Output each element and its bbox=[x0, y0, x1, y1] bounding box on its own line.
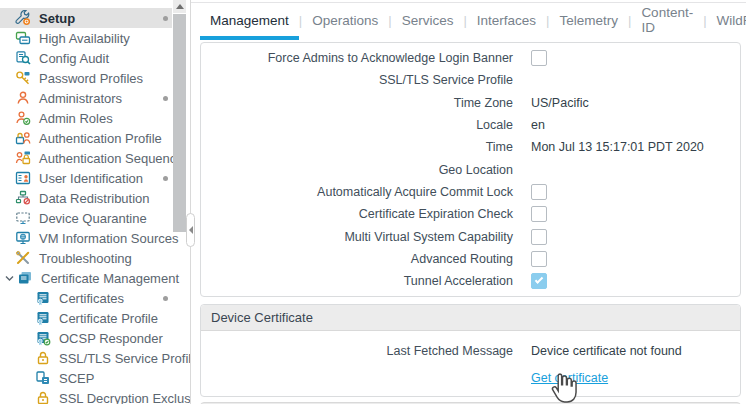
chevron-down-icon[interactable] bbox=[3, 273, 16, 284]
tab-operations[interactable]: Operations bbox=[302, 0, 388, 40]
certificates-icon bbox=[34, 290, 52, 306]
status-dot bbox=[163, 96, 168, 101]
sidebar-item-label: SCEP bbox=[59, 371, 94, 386]
scrollbar-thumb[interactable] bbox=[173, 14, 186, 232]
sidebar-item-vm-information-sources[interactable]: VM Information Sources bbox=[0, 228, 190, 248]
link-row: Get certificate bbox=[531, 368, 740, 386]
sidebar-item-high-availability[interactable]: High Availability bbox=[0, 28, 190, 48]
sidebar-item-setup[interactable]: Setup bbox=[0, 8, 190, 28]
field-label-advanced-routing: Advanced Routing bbox=[201, 252, 513, 266]
authentication-sequence-icon bbox=[14, 150, 32, 166]
sidebar-item-ocsp-responder[interactable]: OCSP Responder bbox=[0, 328, 190, 348]
sidebar-item-certificate-management[interactable]: Certificate Management bbox=[0, 268, 190, 288]
field-label-locale: Locale bbox=[201, 118, 513, 132]
authentication-profile-icon bbox=[14, 130, 32, 146]
tab-services[interactable]: Services bbox=[392, 0, 464, 40]
sidebar-item-user-identification[interactable]: User Identification bbox=[0, 168, 190, 188]
form-row: Geo Location bbox=[201, 158, 740, 180]
scroll-up-button[interactable] bbox=[173, 0, 186, 13]
sidebar-item-label: Password Profiles bbox=[39, 71, 143, 86]
sidebar-item-label: Device Quarantine bbox=[39, 211, 147, 226]
management-settings-card: Force Admins to Acknowledge Login Banner… bbox=[200, 42, 741, 297]
field-label-force-admins-to-acknowledge-login-banner: Force Admins to Acknowledge Login Banner bbox=[201, 51, 513, 65]
checkbox-advanced-routing[interactable] bbox=[531, 251, 547, 267]
certificate-profile-icon bbox=[34, 310, 52, 326]
field-value-time: Mon Jul 13 15:17:01 PDT 2020 bbox=[531, 140, 704, 154]
tab-bar: Management|Operations|Services|Interface… bbox=[200, 0, 746, 40]
checkbox-automatically-acquire-commit-lock[interactable] bbox=[531, 184, 547, 200]
collapse-arrow-icon bbox=[189, 226, 193, 234]
form-row: Time ZoneUS/Pacific bbox=[201, 92, 740, 114]
checkbox-tunnel-acceleration[interactable] bbox=[531, 273, 547, 289]
ssl-decryption-exclusion-icon bbox=[34, 390, 52, 404]
field-value-locale: en bbox=[531, 118, 545, 132]
field-label-geo-location: Geo Location bbox=[201, 163, 513, 177]
sidebar-scrollbar[interactable] bbox=[173, 0, 186, 404]
checkbox-certificate-expiration-check[interactable] bbox=[531, 206, 547, 222]
sidebar-item-device-quarantine[interactable]: Device Quarantine bbox=[0, 208, 190, 228]
data-redistribution-icon bbox=[14, 190, 32, 206]
sidebar-item-label: Admin Roles bbox=[39, 111, 113, 126]
user-identification-icon bbox=[14, 170, 32, 186]
sidebar-item-label: Certificates bbox=[59, 291, 124, 306]
checkbox-force-admins-to-acknowledge-login-banner[interactable] bbox=[531, 50, 547, 66]
device-quarantine-icon bbox=[14, 210, 32, 226]
checkbox-multi-virtual-system-capability[interactable] bbox=[531, 229, 547, 245]
sidebar-item-troubleshooting[interactable]: Troubleshooting bbox=[0, 248, 190, 268]
troubleshooting-icon bbox=[14, 250, 32, 266]
sidebar-item-label: SSL Decryption Exclusion bbox=[59, 391, 191, 404]
form-row: Localeen bbox=[201, 114, 740, 136]
sidebar-item-administrators[interactable]: Administrators bbox=[0, 88, 190, 108]
form-row: Force Admins to Acknowledge Login Banner bbox=[201, 47, 740, 69]
scroll-up-icon bbox=[176, 4, 184, 9]
tab-interfaces[interactable]: Interfaces bbox=[467, 0, 546, 40]
sidebar-item-ssl-tls-service-profile[interactable]: SSL/TLS Service Profile bbox=[0, 348, 190, 368]
sidebar-item-label: Certificate Management bbox=[41, 271, 179, 286]
tab-content-id[interactable]: Content-ID bbox=[631, 0, 703, 40]
password-profiles-icon bbox=[14, 70, 32, 86]
field-value-time-zone: US/Pacific bbox=[531, 96, 589, 110]
field-label-ssl-tls-service-profile: SSL/TLS Service Profile bbox=[201, 73, 513, 87]
form-row: Advanced Routing bbox=[201, 248, 740, 270]
scep-icon bbox=[34, 370, 52, 386]
status-dot bbox=[163, 176, 168, 181]
sidebar-item-admin-roles[interactable]: Admin Roles bbox=[0, 108, 190, 128]
device-certificate-body: Last Fetched Message Device certificate … bbox=[201, 331, 740, 395]
admin-roles-icon bbox=[14, 110, 32, 126]
app-window: SetupHigh AvailabilityConfig AuditPasswo… bbox=[0, 0, 746, 404]
sidebar-item-authentication-sequence[interactable]: Authentication Sequence bbox=[0, 148, 190, 168]
sidebar-item-label: Setup bbox=[39, 11, 75, 26]
sidebar-nav: SetupHigh AvailabilityConfig AuditPasswo… bbox=[0, 0, 190, 404]
field-label-multi-virtual-system-capability: Multi Virtual System Capability bbox=[201, 230, 513, 244]
form-row: Last Fetched Message Device certificate … bbox=[201, 340, 740, 362]
sidebar-item-certificates[interactable]: Certificates bbox=[0, 288, 190, 308]
setup-icon bbox=[14, 10, 32, 26]
sidebar-item-label: OCSP Responder bbox=[59, 331, 163, 346]
field-label-certificate-expiration-check: Certificate Expiration Check bbox=[201, 207, 513, 221]
form-row: Multi Virtual System Capability bbox=[201, 225, 740, 247]
device-certificate-card: Device Certificate Last Fetched Message … bbox=[200, 304, 741, 396]
get-certificate-link[interactable]: Get certificate bbox=[531, 371, 608, 385]
status-dot bbox=[163, 16, 168, 21]
sidebar-item-certificate-profile[interactable]: Certificate Profile bbox=[0, 308, 190, 328]
form-row: Tunnel Acceleration bbox=[201, 270, 740, 292]
panel-collapse-handle[interactable] bbox=[186, 213, 195, 247]
sidebar-item-password-profiles[interactable]: Password Profiles bbox=[0, 68, 190, 88]
sidebar-item-label: Certificate Profile bbox=[59, 311, 158, 326]
sidebar-item-label: User Identification bbox=[39, 171, 143, 186]
tab-telemetry[interactable]: Telemetry bbox=[549, 0, 628, 40]
tab-wildfire[interactable]: WildFire bbox=[707, 0, 746, 40]
sidebar-item-label: Data Redistribution bbox=[39, 191, 150, 206]
field-label-time: Time bbox=[201, 140, 513, 154]
sidebar-item-config-audit[interactable]: Config Audit bbox=[0, 48, 190, 68]
sidebar-item-ssl-decryption-exclusion[interactable]: SSL Decryption Exclusion bbox=[0, 388, 190, 404]
status-dot bbox=[163, 296, 168, 301]
field-label-last-fetched-message: Last Fetched Message bbox=[201, 344, 513, 358]
sidebar-item-authentication-profile[interactable]: Authentication Profile bbox=[0, 128, 190, 148]
checkmark-icon bbox=[535, 275, 543, 283]
high-availability-icon bbox=[14, 30, 32, 46]
sidebar-item-scep[interactable]: SCEP bbox=[0, 368, 190, 388]
sidebar-item-label: VM Information Sources bbox=[39, 231, 178, 246]
tab-management[interactable]: Management bbox=[200, 0, 299, 40]
sidebar-item-data-redistribution[interactable]: Data Redistribution bbox=[0, 188, 190, 208]
